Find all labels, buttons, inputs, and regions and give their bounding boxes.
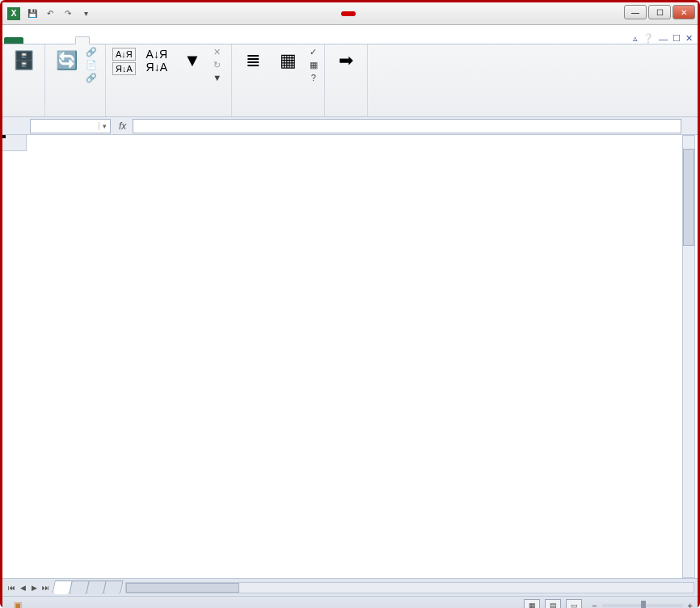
qat-redo[interactable]: ↷ bbox=[61, 6, 75, 21]
hscroll-thumb[interactable] bbox=[126, 583, 239, 593]
tab-formulas[interactable] bbox=[62, 37, 75, 44]
window-minimize[interactable]: — bbox=[624, 5, 647, 19]
tab-data[interactable] bbox=[75, 36, 90, 44]
qat-save[interactable]: 💾 bbox=[25, 6, 40, 21]
qat-undo[interactable]: ↶ bbox=[43, 6, 57, 21]
tab-layout[interactable] bbox=[49, 37, 62, 44]
group-datatools-label bbox=[237, 113, 319, 116]
consolidate-button[interactable]: ▦ bbox=[308, 59, 319, 70]
database-icon: 🗄️ bbox=[11, 48, 36, 74]
clear-filter-button: ✕ bbox=[212, 46, 226, 57]
link-icon: 🔗 bbox=[86, 46, 97, 57]
workbook-restore-icon[interactable]: ☐ bbox=[673, 33, 681, 44]
sheet-nav-first[interactable]: ⏮ bbox=[6, 584, 17, 592]
reapply-icon: ↻ bbox=[212, 59, 223, 70]
refresh-icon: 🔄 bbox=[53, 48, 79, 74]
select-all-button[interactable] bbox=[2, 135, 27, 151]
edit-links-button: 🔗 bbox=[86, 72, 100, 83]
name-box[interactable]: ▾ bbox=[30, 119, 111, 133]
clear-icon: ✕ bbox=[212, 46, 223, 57]
advanced-icon: ▼ bbox=[212, 72, 223, 83]
data-validation-button[interactable]: ✓ bbox=[308, 46, 319, 57]
namebox-dropdown-icon[interactable]: ▾ bbox=[99, 122, 110, 130]
whatif-icon: ? bbox=[308, 72, 319, 83]
tab-view[interactable] bbox=[103, 37, 116, 44]
help-icon[interactable]: ❔ bbox=[643, 33, 654, 44]
properties-button: 📄 bbox=[86, 59, 100, 70]
zoom-in-button[interactable]: + bbox=[688, 601, 693, 609]
refresh-all-button[interactable]: 🔄 bbox=[50, 46, 82, 77]
ribbon-minimize-icon[interactable]: ▵ bbox=[633, 33, 638, 44]
filter-button[interactable]: ▼ bbox=[176, 46, 209, 77]
tab-abbyy[interactable] bbox=[154, 37, 167, 44]
sort-az-button[interactable]: А↓Я Я↓А bbox=[111, 46, 137, 77]
tab-insert[interactable] bbox=[36, 37, 49, 44]
tab-foxit[interactable] bbox=[141, 37, 154, 44]
workbook-close-icon[interactable]: ✕ bbox=[685, 33, 693, 44]
sort-button[interactable]: А↓ЯЯ↓А bbox=[141, 46, 173, 77]
dedup-icon: ▦ bbox=[276, 48, 302, 74]
ribbon-body: 🗄️ 🔄 🔗 📄 🔗 А↓Я bbox=[2, 44, 698, 117]
fx-icon[interactable]: fx bbox=[119, 120, 126, 132]
vertical-scrollbar[interactable] bbox=[682, 135, 695, 578]
whatif-button[interactable]: ? bbox=[308, 72, 319, 83]
remove-duplicates-button[interactable]: ▦ bbox=[272, 46, 305, 77]
horizontal-scrollbar[interactable] bbox=[125, 582, 694, 593]
formula-bar[interactable] bbox=[133, 119, 681, 133]
editlinks-icon: 🔗 bbox=[86, 72, 97, 83]
view-pagebreak-button[interactable]: ▭ bbox=[566, 599, 582, 609]
tab-file[interactable] bbox=[4, 37, 23, 44]
reapply-button: ↻ bbox=[212, 59, 226, 70]
window-close[interactable]: ✕ bbox=[673, 5, 695, 19]
excel-icon: X bbox=[7, 7, 20, 20]
tab-review[interactable] bbox=[90, 37, 103, 44]
sheet-nav-last[interactable]: ⏭ bbox=[40, 584, 51, 592]
sheet-tabs-bar: ⏮ ◀ ▶ ⏭ bbox=[2, 578, 698, 596]
tab-addins[interactable] bbox=[129, 37, 141, 44]
sort-asc-icon: А↓Я bbox=[112, 48, 136, 61]
consolidate-icon: ▦ bbox=[308, 59, 319, 70]
title-shared-mode bbox=[341, 11, 356, 16]
title-bar: X 💾 ↶ ↷ ▾ — ☐ ✕ bbox=[2, 2, 698, 25]
tab-home[interactable] bbox=[23, 37, 36, 44]
window-maximize[interactable]: ☐ bbox=[648, 5, 671, 19]
get-external-data-button[interactable]: 🗄️ bbox=[7, 46, 40, 77]
zoom-out-button[interactable]: − bbox=[592, 601, 597, 609]
ribbon-tabs: ▵ ❔ — ☐ ✕ bbox=[2, 25, 698, 44]
sheet-nav-next[interactable]: ▶ bbox=[28, 584, 40, 592]
sort-icon: А↓ЯЯ↓А bbox=[144, 48, 170, 74]
zoom-thumb[interactable] bbox=[641, 601, 646, 609]
group-sortfilter-label bbox=[111, 113, 226, 116]
sheet-nav-prev[interactable]: ◀ bbox=[17, 584, 28, 592]
text-to-columns-button[interactable]: ≣ bbox=[237, 46, 269, 77]
validation-icon: ✓ bbox=[308, 46, 319, 57]
props-icon: 📄 bbox=[86, 59, 97, 70]
view-normal-button[interactable]: ▦ bbox=[524, 599, 540, 609]
formula-bar-row: ▾ fx bbox=[2, 117, 698, 135]
funnel-icon: ▼ bbox=[179, 48, 205, 74]
outline-icon: ➡ bbox=[333, 48, 359, 74]
zoom-slider[interactable] bbox=[602, 604, 683, 607]
macro-record-icon[interactable]: ▣ bbox=[14, 600, 22, 608]
tab-developer[interactable] bbox=[116, 37, 129, 44]
status-bar: ▣ ▦ ▤ ▭ − + bbox=[2, 596, 698, 608]
workbook-min-icon[interactable]: — bbox=[659, 34, 668, 44]
outline-button[interactable]: ➡ bbox=[330, 46, 362, 77]
connections-button[interactable]: 🔗 bbox=[86, 46, 100, 57]
text-columns-icon: ≣ bbox=[240, 48, 266, 74]
qat-more[interactable]: ▾ bbox=[78, 6, 93, 21]
vscroll-thumb[interactable] bbox=[683, 149, 694, 246]
advanced-filter-button[interactable]: ▼ bbox=[212, 72, 226, 83]
worksheet-grid[interactable] bbox=[2, 135, 698, 578]
sheet-tab-3[interactable] bbox=[103, 581, 124, 594]
view-layout-button[interactable]: ▤ bbox=[545, 599, 561, 609]
sort-desc-icon: Я↓А bbox=[112, 62, 136, 75]
group-connections-label bbox=[50, 113, 100, 116]
